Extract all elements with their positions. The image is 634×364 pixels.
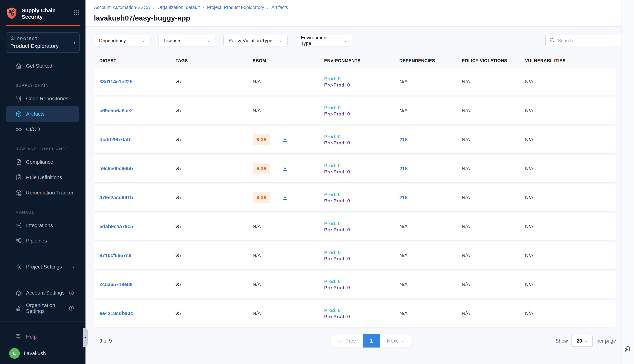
policy-violations-value: N/A xyxy=(462,137,525,142)
divider xyxy=(0,322,86,322)
sidebar-item-label: CI/CD xyxy=(26,126,40,132)
project-selector[interactable]: PROJECT Product Exploratory › xyxy=(6,32,80,53)
sidebar-item-remediation-tracker[interactable]: Remediation Tracker xyxy=(6,185,79,200)
policy-violation-type-filter-dropdown[interactable]: Policy Violation Type ⌄ xyxy=(223,35,288,46)
row-count: 9 of 9 xyxy=(94,338,112,344)
col-vulnerabilities: VULNERABILITIES xyxy=(525,58,616,63)
sbom-value: N/A xyxy=(253,253,324,258)
sidebar-item-artifacts[interactable]: Artifacts xyxy=(6,106,79,122)
app-switcher-grid-icon[interactable] xyxy=(73,10,80,17)
chevron-down-icon: ⌄ xyxy=(201,38,210,43)
avatar: L xyxy=(9,348,20,359)
sidebar-item-get-started[interactable]: Get Started xyxy=(6,58,79,74)
vulnerabilities-value: N/A xyxy=(525,282,616,288)
arrow-left-icon: ← xyxy=(338,338,343,344)
dependencies-link[interactable]: 218 xyxy=(399,166,408,171)
dropdown-label: Policy Violation Type xyxy=(229,38,272,44)
sidebar-item-label: Integrations xyxy=(26,222,53,228)
digest-link[interactable]: a9c6e00c66bb xyxy=(99,166,133,171)
license-filter-dropdown[interactable]: License ⌄ xyxy=(159,35,215,46)
sbom-score-badge[interactable]: 6.38 xyxy=(253,192,270,203)
sidebar-item-compliance[interactable]: Compliance xyxy=(6,154,79,170)
sidebar-item-organization-settings[interactable]: Organization Settings xyxy=(6,300,79,316)
download-sbom-icon[interactable] xyxy=(281,136,288,143)
sidebar-item-code-repositories[interactable]: Code Repositories xyxy=(6,91,79,106)
breadcrumb-project[interactable]: Project: Product Exploratory xyxy=(207,5,264,10)
pipelines-flow-icon xyxy=(15,237,22,244)
digest-link[interactable]: dcdd29b7fafb xyxy=(99,137,132,142)
project-name: Product Exploratory xyxy=(10,43,73,49)
breadcrumb-artifacts[interactable]: Artifacts xyxy=(271,5,288,10)
pagination: ← Prev 1 Next → xyxy=(331,334,412,348)
table-row: 479e2acd981b v5 6.38 Prod: 0 Pre-Prod: 0… xyxy=(94,184,616,211)
sidebar-nav: Get Started SUPPLY CHAIN Code Repositori… xyxy=(0,53,86,316)
digest-link[interactable]: 2c5365718e88 xyxy=(99,282,132,287)
sidebar-item-cicd[interactable]: CI/CD xyxy=(6,122,79,137)
info-icon[interactable] xyxy=(69,306,74,311)
env-preprod: Pre-Prod: 0 xyxy=(324,256,399,262)
divider xyxy=(7,254,78,254)
sbom-value: N/A xyxy=(253,282,324,288)
tag-value: v5 xyxy=(176,253,253,258)
policy-violations-value: N/A xyxy=(462,224,525,230)
environment-type-filter-dropdown[interactable]: Environment Type ⌄ xyxy=(296,35,352,46)
next-page-button[interactable]: Next → xyxy=(380,334,412,348)
download-sbom-icon[interactable] xyxy=(281,194,288,201)
dependency-filter-dropdown[interactable]: Dependency ⌄ xyxy=(94,35,150,46)
digest-link[interactable]: 33d114e1c225 xyxy=(99,79,132,84)
home-icon xyxy=(15,62,22,70)
env-preprod: Pre-Prod: 0 xyxy=(324,82,399,88)
current-page-button[interactable]: 1 xyxy=(363,334,380,348)
sidebar-collapse-handle[interactable]: ◂ xyxy=(83,328,88,347)
page-size-dropdown[interactable]: 20 ⌄ xyxy=(571,335,593,347)
per-page-label: per page xyxy=(596,338,616,344)
sidebar-item-label: Remediation Tracker xyxy=(26,190,73,196)
digest-link[interactable]: ee4218cdba0c xyxy=(99,311,133,316)
sidebar-item-project-settings[interactable]: Project Settings › xyxy=(6,259,79,274)
sbom-score-badge[interactable]: 6.38 xyxy=(253,163,270,174)
sbom-score-badge[interactable]: 6.38 xyxy=(253,134,270,145)
sidebar: Supply ChainSecurity PROJECT xyxy=(0,0,86,364)
digest-link[interactable]: 9710cf6667c9 xyxy=(99,253,131,258)
tag-value: v5 xyxy=(176,79,253,85)
filters-row: Dependency ⌄ License ⌄ Policy Violation … xyxy=(94,35,634,46)
digest-link[interactable]: 5dab9caa79c5 xyxy=(99,224,133,229)
tag-value: v5 xyxy=(176,224,253,230)
breadcrumb-organization[interactable]: Organization: default xyxy=(157,5,200,10)
col-sbom: SBOM xyxy=(253,58,324,63)
vulnerabilities-value: N/A xyxy=(525,137,616,142)
account-layers-gear-icon xyxy=(15,289,22,296)
table-row: a9c6e00c66bb v5 6.38 Prod: 0 Pre-Prod: 0… xyxy=(94,155,616,182)
info-icon[interactable] xyxy=(69,290,74,296)
digest-link[interactable]: 479e2acd981b xyxy=(99,195,133,200)
search-input[interactable] xyxy=(558,38,620,44)
feedback-chat-icon[interactable] xyxy=(623,344,632,353)
table-row: 5dab9caa79c5 v5 N/A Prod: 0 Pre-Prod: 0 … xyxy=(94,213,616,240)
artifacts-content: Dependency ⌄ License ⌄ Policy Violation … xyxy=(86,26,634,364)
env-preprod: Pre-Prod: 0 xyxy=(324,226,399,233)
env-prod: Prod: 0 xyxy=(324,220,399,226)
sidebar-item-help[interactable]: Help xyxy=(6,329,79,344)
artifacts-table: DIGEST TAGS SBOM ENVIRONMENTS DEPENDENCI… xyxy=(94,54,616,327)
sbom-value: N/A xyxy=(253,79,324,85)
env-preprod: Pre-Prod: 0 xyxy=(324,140,399,146)
dependencies-link[interactable]: 218 xyxy=(399,137,408,142)
tag-value: v5 xyxy=(176,195,253,200)
prev-page-button[interactable]: ← Prev xyxy=(331,334,363,348)
sidebar-item-account-settings[interactable]: Account Settings xyxy=(6,285,79,300)
sidebar-item-pipelines[interactable]: Pipelines xyxy=(6,233,79,248)
sidebar-item-rule-definitions[interactable]: Rule Definitions xyxy=(6,170,79,185)
chevron-right-icon: › xyxy=(73,40,75,46)
sidebar-item-label: Help xyxy=(26,334,37,340)
env-prod: Prod: 0 xyxy=(324,278,399,284)
vulnerabilities-value: N/A xyxy=(525,79,616,85)
download-sbom-icon[interactable] xyxy=(281,165,288,172)
sidebar-item-integrations[interactable]: Integrations xyxy=(6,218,79,233)
digest-link[interactable]: c69c5b6a8ae2 xyxy=(99,108,133,114)
user-menu[interactable]: L Lavakush xyxy=(0,344,86,362)
dependencies-link[interactable]: 218 xyxy=(399,195,408,200)
sidebar-item-label: Pipelines xyxy=(26,238,47,244)
brand-accent-bar xyxy=(6,25,80,26)
breadcrumb-account[interactable]: Account: Automation-SSCA xyxy=(94,5,150,10)
breadcrumb: Account: Automation-SSCA › Organization:… xyxy=(94,5,634,10)
